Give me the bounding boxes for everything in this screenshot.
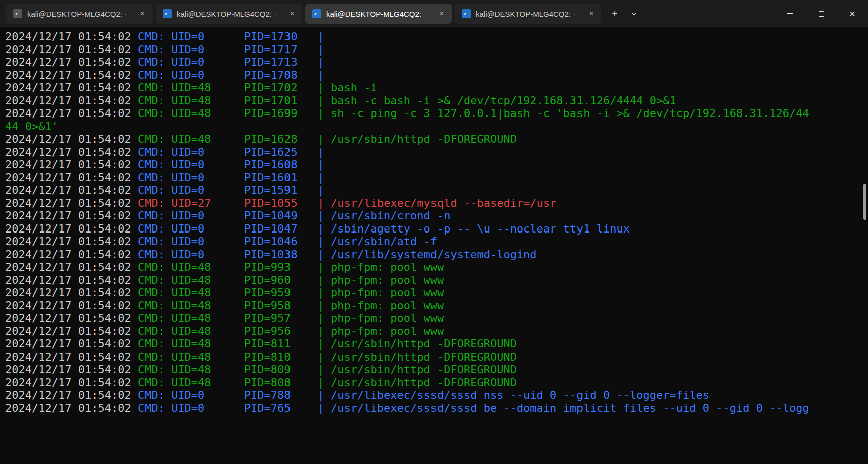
process-details: CMD: UID=48 PID=810 | /usr/sbin/httpd -D…	[138, 351, 517, 363]
timestamp: 2024/12/17 01:54:02	[5, 94, 138, 107]
process-event-line: 2024/12/17 01:54:02 CMD: UID=0 PID=1713 …	[5, 56, 812, 69]
timestamp: 2024/12/17 01:54:02	[5, 337, 138, 350]
process-event-line: 2024/12/17 01:54:02 CMD: UID=0 PID=1608 …	[5, 158, 812, 171]
terminal-window: >_ kali@DESKTOP-MLG4CQ2: · × >_ kali@DES…	[0, 0, 868, 464]
timestamp: 2024/12/17 01:54:02	[5, 325, 138, 337]
timestamp: 2024/12/17 01:54:02	[5, 222, 138, 235]
minimize-icon	[787, 13, 793, 14]
chevron-down-icon	[631, 11, 637, 17]
close-button[interactable]: ×	[837, 0, 868, 27]
wsl-profile-icon: >_	[312, 9, 321, 18]
process-details: CMD: UID=0 PID=1046 | /usr/sbin/atd -f	[138, 235, 437, 248]
process-details: CMD: UID=0 PID=1038 | /usr/lib/systemd/s…	[138, 248, 537, 261]
tab-2[interactable]: >_ kali@DESKTOP-MLG4CQ2: · ×	[156, 4, 302, 24]
process-details: CMD: UID=48 PID=959 | php-fpm: pool www	[138, 286, 444, 299]
process-event-line: 2024/12/17 01:54:02 CMD: UID=0 PID=765 |…	[5, 402, 812, 415]
process-details: CMD: UID=48 PID=811 | /usr/sbin/httpd -D…	[138, 337, 517, 350]
timestamp: 2024/12/17 01:54:02	[5, 81, 138, 94]
timestamp: 2024/12/17 01:54:02	[5, 363, 138, 376]
process-details: CMD: UID=48 PID=808 | /usr/sbin/httpd -D…	[138, 376, 517, 389]
timestamp: 2024/12/17 01:54:02	[5, 248, 138, 261]
timestamp: 2024/12/17 01:54:02	[5, 261, 138, 273]
process-details: CMD: UID=0 PID=1049 | /usr/sbin/crond -n	[138, 209, 451, 222]
tab-close-icon[interactable]: ×	[136, 8, 149, 20]
process-details: CMD: UID=48 PID=956 | php-fpm: pool www	[138, 325, 444, 337]
process-details: CMD: UID=0 PID=1047 | /sbin/agetty -o -p…	[138, 222, 630, 235]
process-details: CMD: UID=48 PID=958 | php-fpm: pool www	[138, 299, 444, 312]
tab-title: kali@DESKTOP-MLG4CQ2: ·	[476, 10, 580, 18]
timestamp: 2024/12/17 01:54:02	[5, 107, 138, 120]
timestamp: 2024/12/17 01:54:02	[5, 146, 138, 158]
process-event-line: 2024/12/17 01:54:02 CMD: UID=0 PID=1717 …	[5, 43, 812, 56]
process-event-line: 2024/12/17 01:54:02 CMD: UID=48 PID=959 …	[5, 286, 812, 299]
process-event-line: 2024/12/17 01:54:02 CMD: UID=48 PID=1701…	[5, 94, 812, 107]
maximize-icon	[819, 11, 824, 17]
process-event-line: 2024/12/17 01:54:02 CMD: UID=0 PID=1038 …	[5, 248, 812, 261]
minimize-button[interactable]	[775, 0, 806, 27]
tab-4[interactable]: >_ kali@DESKTOP-MLG4CQ2: · ×	[455, 4, 601, 24]
process-event-line: 2024/12/17 01:54:02 CMD: UID=0 PID=1625 …	[5, 146, 812, 159]
tab-dropdown-button[interactable]	[625, 5, 642, 22]
process-event-line: 2024/12/17 01:54:02 CMD: UID=48 PID=810 …	[5, 351, 812, 364]
process-details: CMD: UID=0 PID=1708 |	[138, 69, 331, 81]
process-details: CMD: UID=0 PID=1730 |	[138, 30, 331, 43]
timestamp: 2024/12/17 01:54:02	[5, 209, 138, 222]
timestamp: 2024/12/17 01:54:02	[5, 184, 138, 196]
timestamp: 2024/12/17 01:54:02	[5, 56, 138, 68]
tab-title: kali@DESKTOP-MLG4CQ2:	[326, 10, 430, 18]
tab-title: kali@DESKTOP-MLG4CQ2: ·	[177, 10, 281, 18]
process-details: CMD: UID=48 PID=993 | php-fpm: pool www	[138, 261, 444, 273]
timestamp: 2024/12/17 01:54:02	[5, 389, 138, 401]
process-details: CMD: UID=48 PID=1628 | /usr/sbin/httpd -…	[138, 133, 517, 145]
process-event-line: 2024/12/17 01:54:02 CMD: UID=48 PID=993 …	[5, 261, 812, 274]
timestamp: 2024/12/17 01:54:02	[5, 235, 138, 248]
process-details: CMD: UID=0 PID=1625 |	[138, 146, 331, 158]
maximize-button[interactable]	[806, 0, 837, 27]
process-details: CMD: UID=0 PID=1608 |	[138, 158, 331, 171]
tab-close-icon[interactable]: ×	[436, 8, 448, 20]
timestamp: 2024/12/17 01:54:02	[5, 30, 138, 43]
timestamp: 2024/12/17 01:54:02	[5, 43, 138, 56]
tab-bar: >_ kali@DESKTOP-MLG4CQ2: · × >_ kali@DES…	[0, 0, 868, 27]
process-event-line: 2024/12/17 01:54:02 CMD: UID=0 PID=1591 …	[5, 184, 812, 197]
process-details: CMD: UID=48 PID=957 | php-fpm: pool www	[138, 312, 444, 324]
process-event-line: 2024/12/17 01:54:02 CMD: UID=48 PID=956 …	[5, 325, 812, 338]
process-event-line: 2024/12/17 01:54:02 CMD: UID=48 PID=958 …	[5, 299, 812, 312]
process-event-line: 2024/12/17 01:54:02 CMD: UID=48 PID=1702…	[5, 81, 812, 94]
process-details: CMD: UID=0 PID=788 | /usr/libexec/sssd/s…	[138, 389, 709, 401]
timestamp: 2024/12/17 01:54:02	[5, 376, 138, 389]
tab-close-icon[interactable]: ×	[585, 8, 597, 20]
process-event-line: 2024/12/17 01:54:02 CMD: UID=48 PID=809 …	[5, 363, 812, 376]
process-details: CMD: UID=27 PID=1055 | /usr/libexec/mysq…	[138, 197, 556, 209]
process-details: CMD: UID=0 PID=1601 |	[138, 171, 331, 184]
process-event-line: 2024/12/17 01:54:02 CMD: UID=48 PID=808 …	[5, 376, 812, 389]
process-event-line: 2024/12/17 01:54:02 CMD: UID=48 PID=957 …	[5, 312, 812, 325]
timestamp: 2024/12/17 01:54:02	[5, 351, 138, 363]
tab-1[interactable]: >_ kali@DESKTOP-MLG4CQ2: · ×	[6, 4, 153, 24]
process-details: CMD: UID=48 PID=1701 | bash -c bash -i >…	[138, 94, 676, 107]
process-event-line: 2024/12/17 01:54:02 CMD: UID=48 PID=1628…	[5, 133, 812, 146]
process-event-line: 2024/12/17 01:54:02 CMD: UID=48 PID=1699…	[5, 107, 812, 133]
cmd-profile-icon: >_	[13, 9, 22, 18]
tab-3-active[interactable]: >_ kali@DESKTOP-MLG4CQ2: ×	[305, 4, 452, 24]
process-details: CMD: UID=0 PID=1713 |	[138, 56, 331, 68]
process-details: CMD: UID=0 PID=1591 |	[138, 184, 331, 196]
new-tab-button[interactable]: +	[606, 5, 623, 22]
timestamp: 2024/12/17 01:54:02	[5, 274, 138, 286]
process-event-line: 2024/12/17 01:54:02 CMD: UID=0 PID=1730 …	[5, 30, 812, 43]
process-event-line: 2024/12/17 01:54:02 CMD: UID=48 PID=811 …	[5, 337, 812, 351]
tab-title: kali@DESKTOP-MLG4CQ2: ·	[27, 10, 131, 18]
terminal-output: 2024/12/17 01:54:02 CMD: UID=0 PID=1730 …	[5, 30, 812, 414]
timestamp: 2024/12/17 01:54:02	[5, 402, 138, 414]
process-event-line: 2024/12/17 01:54:02 CMD: UID=0 PID=1708 …	[5, 69, 812, 82]
timestamp: 2024/12/17 01:54:02	[5, 69, 138, 81]
process-event-line: 2024/12/17 01:54:02 CMD: UID=27 PID=1055…	[5, 197, 812, 210]
tab-close-icon[interactable]: ×	[286, 8, 298, 20]
timestamp: 2024/12/17 01:54:02	[5, 158, 138, 171]
scrollbar-thumb[interactable]	[863, 184, 866, 220]
timestamp: 2024/12/17 01:54:02	[5, 171, 138, 184]
process-details: CMD: UID=48 PID=809 | /usr/sbin/httpd -D…	[138, 363, 517, 376]
process-event-line: 2024/12/17 01:54:02 CMD: UID=0 PID=788 |…	[5, 389, 812, 402]
terminal-content-area[interactable]: 2024/12/17 01:54:02 CMD: UID=0 PID=1730 …	[0, 27, 868, 464]
process-details: CMD: UID=48 PID=960 | php-fpm: pool www	[138, 274, 444, 286]
